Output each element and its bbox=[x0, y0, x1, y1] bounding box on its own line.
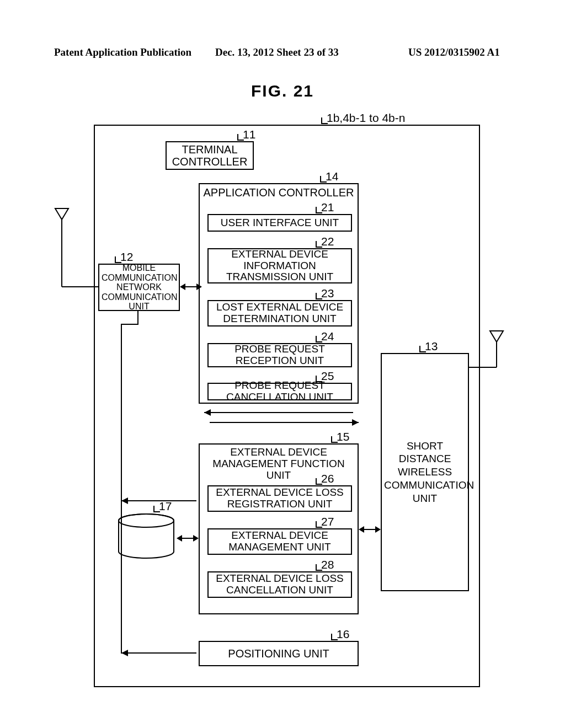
block-lost-external-device-determination-unit: LOST EXTERNAL DEVICE DETERMINATION UNIT bbox=[207, 300, 352, 326]
label-23: 23 bbox=[321, 287, 334, 299]
hook-icon bbox=[153, 506, 160, 512]
block-label: LOST EXTERNAL DEVICE DETERMINATION UNIT bbox=[209, 302, 351, 325]
hook-icon bbox=[419, 346, 426, 352]
block-external-device-mgmt-function-unit: EXTERNAL DEVICE MANAGEMENT FUNCTION UNIT… bbox=[199, 443, 359, 614]
figure-title: FIG. 21 bbox=[0, 82, 565, 100]
hook-icon bbox=[316, 564, 322, 571]
block-external-device-loss-registration-unit: EXTERNAL DEVICE LOSS REGISTRATION UNIT bbox=[207, 485, 352, 512]
block-mobile-comm-unit: MOBILE COMMUNICATION NETWORK COMMUNICATI… bbox=[98, 264, 180, 311]
block-label: EXTERNAL DEVICE LOSS REGISTRATION UNIT bbox=[209, 487, 351, 510]
label-top-ref: 1b,4b-1 to 4b-n bbox=[327, 111, 405, 125]
block-label: EXTERNAL DEVICE MANAGEMENT FUNCTION UNIT bbox=[200, 447, 358, 481]
block-external-device-loss-cancellation-unit: EXTERNAL DEVICE LOSS CANCELLATION UNIT bbox=[207, 571, 352, 598]
hook-icon bbox=[331, 436, 338, 443]
block-probe-request-reception-unit: PROBE REQUEST RECEPTION UNIT bbox=[207, 343, 352, 367]
hook-icon bbox=[321, 117, 328, 124]
header-right: US 2012/0315902 A1 bbox=[408, 46, 500, 58]
label-28: 28 bbox=[321, 558, 334, 571]
block-external-device-info-tx-unit: EXTERNAL DEVICE INFORMATION TRANSMISSION… bbox=[207, 248, 352, 283]
database-icon bbox=[116, 513, 177, 561]
hook-icon bbox=[316, 336, 322, 342]
block-positioning-unit: POSITIONING UNIT bbox=[199, 641, 359, 666]
block-label: PROBE REQUEST RECEPTION UNIT bbox=[209, 344, 351, 367]
block-label: POSITIONING UNIT bbox=[200, 647, 358, 660]
hook-icon bbox=[320, 176, 327, 183]
header-mid: Dec. 13, 2012 Sheet 23 of 33 bbox=[215, 46, 339, 58]
block-label: APPLICATION CONTROLLER bbox=[200, 186, 358, 199]
block-label: USER INTERFACE UNIT bbox=[209, 217, 351, 229]
hook-icon bbox=[316, 521, 322, 528]
diagram: 1b,4b-1 to 4b-n 11 TERMINAL CONTROLLER 1… bbox=[39, 104, 513, 699]
header-left: Patent Application Publication bbox=[54, 46, 191, 58]
block-user-interface-unit: USER INTERFACE UNIT bbox=[207, 214, 352, 232]
label-27: 27 bbox=[321, 515, 334, 528]
label-24: 24 bbox=[321, 330, 334, 342]
hook-icon bbox=[237, 134, 244, 141]
block-label: PROBE REQUEST CANCELLATION UNIT bbox=[209, 380, 351, 403]
hook-icon bbox=[316, 241, 322, 248]
block-label: SHORT DISTANCE WIRELESS COMMUNICATION UN… bbox=[382, 440, 468, 505]
label-21: 21 bbox=[321, 201, 334, 213]
hook-icon bbox=[115, 256, 121, 263]
block-label: MOBILE COMMUNICATION NETWORK COMMUNICATI… bbox=[99, 263, 179, 312]
block-label: EXTERNAL DEVICE INFORMATION TRANSMISSION… bbox=[209, 249, 351, 283]
block-application-controller: APPLICATION CONTROLLER 21 USER INTERFACE… bbox=[199, 183, 359, 404]
hook-icon bbox=[316, 293, 322, 299]
block-short-distance-wireless-comm-unit: SHORT DISTANCE WIRELESS COMMUNICATION UN… bbox=[381, 353, 469, 591]
block-external-device-management-unit: EXTERNAL DEVICE MANAGEMENT UNIT bbox=[207, 528, 352, 555]
hook-icon bbox=[316, 478, 322, 485]
block-terminal-controller: TERMINAL CONTROLLER bbox=[166, 141, 254, 170]
block-probe-request-cancellation-unit: PROBE REQUEST CANCELLATION UNIT bbox=[207, 383, 352, 400]
hook-icon bbox=[316, 207, 322, 213]
block-label: EXTERNAL DEVICE MANAGEMENT UNIT bbox=[209, 530, 351, 553]
label-22: 22 bbox=[321, 235, 334, 248]
block-label: TERMINAL CONTROLLER bbox=[167, 143, 253, 168]
hook-icon bbox=[331, 634, 338, 640]
block-label: EXTERNAL DEVICE LOSS CANCELLATION UNIT bbox=[209, 573, 351, 596]
page: Patent Application Publication Dec. 13, … bbox=[0, 0, 565, 728]
